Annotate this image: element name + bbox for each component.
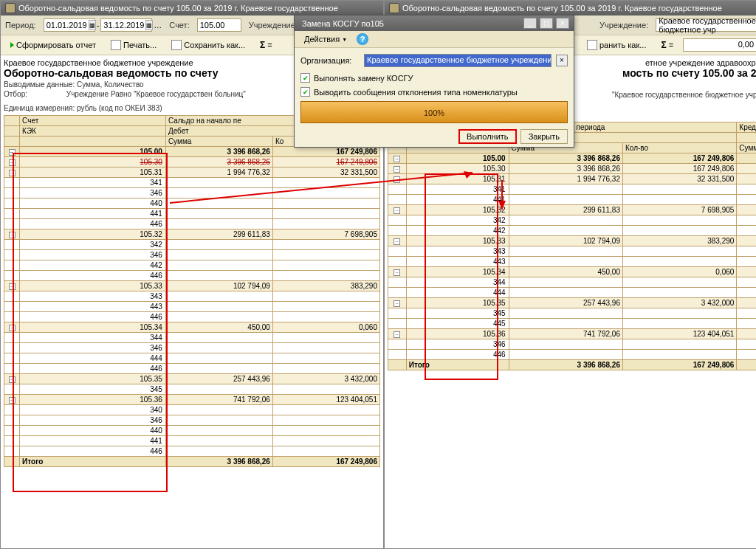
table-row[interactable]: −105.34450,000,060 bbox=[388, 267, 757, 277]
table-row[interactable]: −105.303 396 868,26167 249,806 bbox=[4, 157, 380, 168]
save-as-button[interactable]: ранить как... bbox=[582, 38, 651, 52]
table-row[interactable]: 346 bbox=[388, 339, 757, 350]
calendar-icon[interactable]: ▦ bbox=[145, 20, 153, 30]
kosgu-replace-dialog: Замена КОСГУ по105 _ □ × Действия ▼ ? Ор… bbox=[294, 15, 574, 148]
printer-icon bbox=[111, 40, 121, 50]
help-icon[interactable]: ? bbox=[357, 33, 368, 45]
table-row[interactable]: 446 bbox=[4, 219, 380, 229]
right-title: Оборотно-сальдовая ведомость по счету 10… bbox=[402, 4, 722, 13]
table-row[interactable]: 344 bbox=[4, 333, 380, 343]
table-row[interactable]: 443 bbox=[388, 257, 757, 267]
print-button[interactable]: Печать... bbox=[106, 38, 162, 52]
expander-icon[interactable]: − bbox=[394, 176, 400, 183]
table-row[interactable]: 446 bbox=[4, 364, 380, 374]
expander-icon[interactable]: − bbox=[394, 238, 400, 245]
table-row[interactable]: 441 bbox=[4, 209, 380, 219]
table-row[interactable]: 346 bbox=[4, 188, 380, 198]
close-dialog-button[interactable]: Закрыть bbox=[520, 129, 568, 144]
table-row[interactable]: 442 bbox=[4, 260, 380, 271]
table-row[interactable]: −105.33102 794,09383,290 bbox=[4, 281, 380, 291]
table-row[interactable]: 444 bbox=[388, 288, 757, 298]
expander-icon[interactable]: − bbox=[9, 159, 16, 166]
table-row[interactable]: 440 bbox=[4, 426, 380, 436]
expander-icon[interactable]: − bbox=[394, 331, 400, 338]
clear-org-button[interactable]: × bbox=[556, 55, 568, 66]
expander-icon[interactable]: − bbox=[394, 300, 400, 307]
table-row[interactable]: 443 bbox=[4, 302, 380, 312]
table-row[interactable]: 342 bbox=[388, 215, 757, 226]
org-field[interactable]: Краевое государственное бюджетное учрежд… bbox=[364, 54, 551, 67]
expander-icon[interactable]: − bbox=[9, 325, 16, 331]
table-row[interactable]: 342 bbox=[4, 240, 380, 250]
table-row[interactable]: 343 bbox=[4, 291, 380, 302]
table-row[interactable]: 444 bbox=[4, 353, 380, 364]
table-row[interactable]: 440 bbox=[4, 198, 380, 209]
dialog-title: Замена КОСГУ по105 bbox=[302, 19, 384, 28]
table-row[interactable]: −105.36741 792,06123 404,051 bbox=[388, 329, 757, 339]
table-row[interactable]: −105.35257 443,963 432,000 bbox=[4, 374, 380, 384]
table-row[interactable]: 446 bbox=[4, 271, 380, 281]
close-button[interactable]: × bbox=[556, 18, 569, 29]
expander-icon[interactable]: − bbox=[394, 156, 400, 162]
table-row[interactable]: 346 bbox=[4, 343, 380, 353]
execute-button[interactable]: Выполнить bbox=[458, 129, 516, 144]
checkbox-icon[interactable]: ✔ bbox=[300, 87, 310, 97]
expander-icon[interactable]: − bbox=[9, 232, 16, 238]
table-row[interactable]: 340 bbox=[4, 405, 380, 415]
expander-icon[interactable]: − bbox=[9, 149, 16, 156]
chk-replace[interactable]: ✔ Выполнять замену КОСГУ bbox=[300, 73, 568, 83]
checkbox-icon[interactable]: ✔ bbox=[300, 73, 310, 83]
table-row[interactable]: −105.303 396 868,26167 249,806 bbox=[388, 164, 757, 174]
table-row[interactable]: 346 bbox=[4, 250, 380, 260]
expander-icon[interactable]: − bbox=[9, 283, 16, 290]
dialog-titlebar[interactable]: Замена КОСГУ по105 _ □ × bbox=[295, 15, 574, 31]
table-row[interactable]: 345 bbox=[388, 308, 757, 319]
save-as-button[interactable]: Сохранить как... bbox=[166, 38, 250, 52]
table-row[interactable]: −105.34450,000,060 bbox=[4, 322, 380, 333]
sum-field[interactable]: 0,00 bbox=[683, 38, 756, 52]
table-row[interactable]: −105.36741 792,06123 404,051 bbox=[4, 395, 380, 405]
table-row[interactable]: 345 bbox=[4, 384, 380, 395]
table-row[interactable]: −105.003 396 868,26167 249,806 bbox=[388, 153, 757, 164]
date-from-field[interactable]: 01.01.2019▦ bbox=[44, 18, 95, 32]
expander-icon[interactable]: − bbox=[9, 376, 16, 383]
period-select-button[interactable]: … bbox=[154, 21, 162, 30]
expander-icon[interactable]: − bbox=[394, 207, 400, 214]
maximize-button[interactable]: □ bbox=[540, 18, 553, 29]
period-label: Период: bbox=[5, 21, 36, 30]
table-row[interactable]: −105.311 994 776,3232 331,500 bbox=[388, 174, 757, 184]
sigma-button[interactable]: Σ= bbox=[656, 38, 678, 52]
table-row[interactable]: 341 bbox=[4, 178, 380, 188]
minimize-button[interactable]: _ bbox=[523, 18, 537, 29]
table-row[interactable]: 346 bbox=[4, 415, 380, 426]
table-row[interactable]: −105.311 994 776,3232 331,500 bbox=[4, 168, 380, 178]
expander-icon[interactable]: − bbox=[394, 269, 400, 276]
table-row[interactable]: 445 bbox=[388, 319, 757, 329]
table-row[interactable]: −105.003 396 868,26167 249,806 bbox=[4, 147, 380, 157]
generate-report-button[interactable]: Сформировать отчет bbox=[5, 38, 101, 52]
account-field[interactable]: 105.00 bbox=[197, 18, 241, 32]
window-icon bbox=[389, 3, 399, 13]
table-row[interactable]: 446 bbox=[4, 446, 380, 457]
actions-menu[interactable]: Действия ▼ bbox=[299, 32, 352, 46]
table-row[interactable]: 441 bbox=[388, 195, 757, 205]
table-row[interactable]: 446 bbox=[388, 350, 757, 360]
table-row[interactable]: 446 bbox=[4, 312, 380, 322]
table-row[interactable]: −105.32299 611,837 698,905 bbox=[388, 205, 757, 215]
expander-icon[interactable]: − bbox=[394, 166, 400, 173]
calendar-icon[interactable]: ▦ bbox=[89, 20, 96, 30]
table-row[interactable]: 344 bbox=[388, 277, 757, 288]
expander-icon[interactable]: − bbox=[9, 170, 16, 176]
sigma-button[interactable]: Σ= bbox=[255, 38, 278, 52]
chk-messages[interactable]: ✔ Выводить сообщения отклонения типа ном… bbox=[300, 87, 568, 97]
table-row[interactable]: 341 bbox=[388, 184, 757, 195]
table-row[interactable]: 442 bbox=[388, 226, 757, 236]
table-row[interactable]: −105.32299 611,837 698,905 bbox=[4, 229, 380, 240]
table-row[interactable]: −105.33102 794,09383,290 bbox=[388, 236, 757, 246]
table-row[interactable]: 343 bbox=[388, 246, 757, 257]
expander-icon[interactable]: − bbox=[9, 397, 16, 404]
inst-field[interactable]: Краевое государственное бюджетное учр bbox=[656, 18, 756, 32]
date-to-field[interactable]: 31.12.2019▦ bbox=[100, 18, 152, 32]
table-row[interactable]: 441 bbox=[4, 436, 380, 446]
table-row[interactable]: −105.35257 443,963 432,000 bbox=[388, 298, 757, 308]
